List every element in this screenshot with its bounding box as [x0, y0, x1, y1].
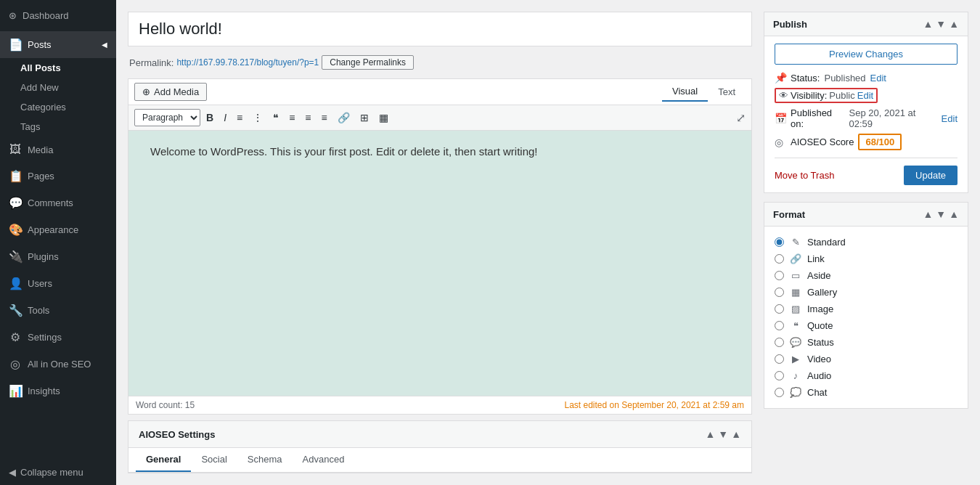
- format-radio-audio[interactable]: [775, 371, 784, 380]
- sidebar-item-all-in-one-seo[interactable]: ◎ All in One SEO: [0, 351, 116, 378]
- sidebar-item-categories[interactable]: Categories: [0, 97, 116, 117]
- format-row-status: 💬 Status: [775, 334, 957, 351]
- sidebar-item-tools[interactable]: 🔧 Tools: [0, 297, 116, 324]
- aioseo-score-icon: ◎: [775, 136, 786, 148]
- settings-icon: ⚙: [9, 330, 22, 344]
- aioseo-score-row: ◎ AIOSEO Score 68/100: [775, 134, 957, 150]
- align-center-btn[interactable]: ≡: [301, 110, 315, 126]
- format-label-aside: Aside: [807, 270, 831, 281]
- aioseo-close-btn[interactable]: ▲: [731, 428, 741, 440]
- bold-btn[interactable]: B: [202, 110, 218, 126]
- aioseo-header: AIOSEO Settings ▲ ▼ ▲: [128, 421, 751, 448]
- tab-text[interactable]: Text: [708, 82, 746, 102]
- collapse-icon: ◀: [9, 467, 16, 478]
- editor-top-bar: ⊕ Add Media Visual Text: [128, 79, 751, 105]
- add-media-label: Add Media: [154, 86, 199, 97]
- format-radio-chat[interactable]: [775, 388, 784, 397]
- format-radio-aside[interactable]: [775, 271, 784, 280]
- align-left-btn[interactable]: ≡: [285, 110, 299, 126]
- format-icon-video: ▶: [790, 354, 801, 364]
- italic-btn[interactable]: I: [219, 110, 231, 126]
- format-box-controls: ▲ ▼ ▲: [923, 208, 959, 220]
- aioseo-collapse-down-btn[interactable]: ▼: [718, 428, 728, 440]
- table-btn[interactable]: ▦: [375, 110, 393, 126]
- update-btn[interactable]: Update: [904, 166, 957, 185]
- format-row-image: ▨ Image: [775, 301, 957, 317]
- format-icon-chat: 💭: [790, 387, 801, 398]
- sidebar-item-appearance[interactable]: 🎨 Appearance: [0, 216, 116, 243]
- publish-box: Publish ▲ ▼ ▲ Preview Changes 📌 Status: …: [764, 12, 968, 193]
- editor-footer: Word count: 15 Last edited on September …: [128, 396, 751, 414]
- aioseo-tab-advanced[interactable]: Advanced: [293, 448, 355, 472]
- aioseo-tab-social[interactable]: Social: [191, 448, 237, 472]
- format-toggle-btn[interactable]: ▲: [949, 208, 959, 220]
- aioseo-tab-schema[interactable]: Schema: [237, 448, 293, 472]
- users-icon: 👤: [9, 277, 22, 290]
- word-count-label: Word count:: [136, 400, 182, 410]
- tab-visual[interactable]: Visual: [662, 82, 708, 102]
- status-edit-link[interactable]: Edit: [870, 73, 886, 83]
- sidebar-item-insights[interactable]: 📊 Insights: [0, 378, 116, 404]
- insights-label: Insights: [28, 386, 60, 396]
- aioseo-score-label: AIOSEO Score: [791, 136, 854, 147]
- editor-content[interactable]: Welcome to WordPress. This is your first…: [128, 131, 751, 396]
- sidebar-item-settings[interactable]: ⚙ Settings: [0, 324, 116, 351]
- sidebar-posts-label: Posts: [28, 39, 52, 50]
- pages-label: Pages: [28, 171, 54, 182]
- format-label-audio: Audio: [807, 370, 831, 381]
- format-radio-standard[interactable]: [775, 237, 784, 247]
- link-btn[interactable]: 🔗: [333, 110, 354, 126]
- change-permalinks-btn[interactable]: Change Permalinks: [322, 55, 414, 70]
- format-box-title: Format: [773, 209, 805, 220]
- format-radio-link[interactable]: [775, 254, 784, 264]
- preview-changes-btn[interactable]: Preview Changes: [775, 44, 957, 65]
- permalink-url[interactable]: http://167.99.78.217/blog/tuyen/?p=1: [176, 57, 319, 68]
- sidebar-item-tags[interactable]: Tags: [0, 117, 116, 136]
- format-up-btn[interactable]: ▲: [923, 208, 933, 220]
- format-label-video: Video: [807, 354, 831, 364]
- collapse-menu-btn[interactable]: ◀ Collapse menu: [0, 460, 116, 485]
- publish-up-btn[interactable]: ▲: [923, 18, 933, 30]
- sidebar-item-add-new[interactable]: Add New: [0, 78, 116, 97]
- sidebar-item-comments[interactable]: 💬 Comments: [0, 189, 116, 216]
- format-label-chat: Chat: [807, 387, 827, 398]
- settings-label: Settings: [28, 332, 62, 343]
- main-content: Permalink: http://167.99.78.217/blog/tuy…: [116, 0, 980, 485]
- sidebar-item-media[interactable]: 🖼 Media: [0, 136, 116, 163]
- sidebar-logo[interactable]: ⊛ Dashboard: [0, 0, 116, 31]
- format-down-btn[interactable]: ▼: [936, 208, 946, 220]
- sidebar-item-users[interactable]: 👤 Users: [0, 270, 116, 297]
- format-radio-video[interactable]: [775, 354, 784, 364]
- aioseo-tab-general[interactable]: General: [136, 448, 191, 472]
- tools-icon: 🔧: [9, 303, 22, 317]
- format-body: ✎ Standard 🔗 Link ▭ Aside: [764, 227, 968, 408]
- paragraph-select[interactable]: Paragraph: [134, 109, 200, 126]
- format-radio-status[interactable]: [775, 338, 784, 347]
- format-radio-quote[interactable]: [775, 321, 784, 330]
- move-trash-link[interactable]: Move to Trash: [775, 170, 834, 181]
- ul-btn[interactable]: ≡: [232, 110, 247, 126]
- sidebar-item-all-posts[interactable]: All Posts: [0, 58, 116, 78]
- format-radio-gallery[interactable]: [775, 288, 784, 297]
- sidebar-item-posts[interactable]: 📄 Posts ◀: [0, 31, 116, 58]
- format-icon-quote: ❝: [790, 320, 801, 331]
- align-right-btn[interactable]: ≡: [317, 110, 332, 126]
- ol-btn[interactable]: ⋮: [248, 110, 267, 126]
- published-edit-link[interactable]: Edit: [942, 113, 957, 124]
- permalink-label: Permalink:: [129, 57, 173, 68]
- add-media-btn[interactable]: ⊕ Add Media: [134, 83, 207, 101]
- aioseo-collapse-up-btn[interactable]: ▲: [705, 428, 715, 440]
- post-title-input[interactable]: [128, 12, 752, 46]
- fullscreen-btn[interactable]: ⤢: [736, 111, 746, 125]
- publish-toggle-btn[interactable]: ▲: [949, 18, 959, 30]
- sidebar-item-plugins[interactable]: 🔌 Plugins: [0, 243, 116, 270]
- format-row-link: 🔗 Link: [775, 250, 957, 267]
- format-radio-image[interactable]: [775, 304, 784, 314]
- sidebar-item-pages[interactable]: 📋 Pages: [0, 163, 116, 189]
- insert-btn[interactable]: ⊞: [356, 110, 373, 126]
- users-label: Users: [28, 278, 52, 289]
- visibility-edit-link[interactable]: Edit: [857, 90, 873, 101]
- publish-down-btn[interactable]: ▼: [936, 18, 946, 30]
- calendar-icon: 📅: [775, 113, 786, 124]
- blockquote-btn[interactable]: ❝: [269, 110, 283, 126]
